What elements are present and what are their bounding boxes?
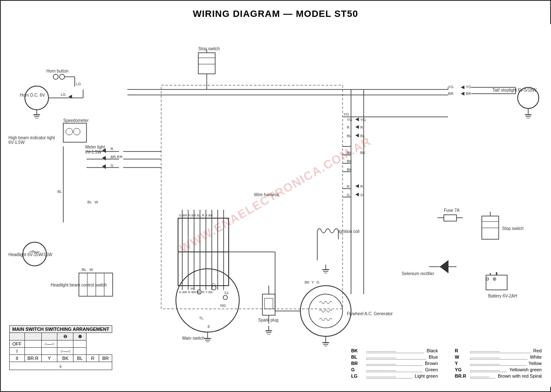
page-container: WIRING DIAGRAM — MODEL ST50 WWW.ENAELECT… — [0, 0, 551, 392]
yg-label-r1: YG — [347, 118, 352, 122]
r-label-r3: R — [347, 184, 350, 189]
stop-switch-right-label: Stop switch — [502, 226, 524, 231]
meter-light-label: Meter light — [85, 145, 105, 149]
high-beam-label2: 6V-1.5W — [8, 140, 25, 145]
high-beam-label: High beam indicator light — [8, 135, 55, 140]
tail-stoplight-label: Tail/ stoplight 6V-5/18W — [492, 88, 537, 92]
color-br: BR ....................... Brown — [351, 360, 438, 366]
hi-label: HI — [191, 287, 194, 291]
flywheel-label: Flywheel A.C. Generator — [347, 311, 393, 316]
battery-minus: ⊖ — [485, 276, 489, 282]
yg-label-t1: YG — [448, 85, 454, 89]
battery-plus: ⊕ — [492, 276, 497, 282]
br-label-t2: BR — [466, 92, 471, 96]
brr-label-1: BR.R — [111, 155, 120, 159]
yg-label-t2: YG — [466, 85, 471, 89]
color-yg: YG ....................... Yellowish gre… — [455, 367, 542, 372]
fuse-label: Fuse 7A — [444, 208, 460, 213]
c2-label: C₂ — [224, 291, 229, 295]
connector-labels-top: G BR R BR BL R Y BK — [179, 214, 213, 217]
bl-label-left: BL — [57, 189, 62, 194]
bk-label-r2: BK — [360, 151, 365, 155]
yg-label-r2: YG — [360, 118, 366, 122]
color-bk: BK ....................... Black — [351, 348, 438, 353]
g-label-1: G — [111, 163, 113, 168]
e-label: E — [208, 324, 210, 329]
color-brr: BR.R ............... Brown with red Spir… — [455, 373, 542, 378]
r-label-r2: R — [360, 125, 363, 130]
br-label-t1: BR — [448, 92, 454, 96]
r-label-r: R — [347, 125, 350, 130]
connector-labels-bot: G BR R BR BL R Y BK — [179, 290, 213, 294]
r-label-1: R — [111, 147, 113, 151]
color-bl: BL ....................... Blue — [351, 354, 438, 360]
color-w: W ....................... White — [455, 354, 542, 360]
ng-label: NG — [220, 303, 226, 308]
color-y: Y ....................... Yellow — [455, 360, 542, 366]
switch-arrangement-table: MAIN SWITCH SWITCHING ARRANGEMENT ⊖ ⊕ OF… — [9, 325, 112, 370]
stop-switch-top-label: Stop switch — [198, 46, 220, 51]
g-label-r2: G — [360, 193, 363, 197]
lg-label-2: LG — [61, 92, 66, 97]
horn-button-label: Horn button — [46, 69, 68, 73]
color-lg: LG ....................... Light green — [351, 373, 438, 378]
bk-label-ctr: BK — [305, 280, 310, 284]
w-label-1: W — [95, 200, 98, 204]
wire-harness-label: Wire harness — [254, 192, 279, 197]
g-label-r1: G — [347, 193, 350, 197]
lg-label-1: LG — [76, 82, 81, 86]
meter-light-label2: 6V-1.5W — [85, 150, 102, 154]
color-g: G ....................... Green — [351, 367, 438, 372]
w-label-2: W — [89, 268, 93, 272]
ignition-coil-label: Ignition coil — [338, 229, 359, 234]
battery-label: Battery 6V-2AH — [488, 294, 517, 298]
white-label: White — [530, 354, 542, 360]
g-label-ctr: G — [316, 280, 319, 284]
page-title: WIRING DIAGRAM — MODEL ST50 — [1, 1, 550, 23]
bl-label-1: BL — [87, 200, 92, 204]
legend-table-header: MAIN SWITCH SWITCHING ARRANGEMENT — [10, 326, 112, 333]
main-switch-label: Main switch — [182, 336, 204, 341]
yg-line-label: YG — [343, 112, 349, 116]
color-legend: BK ....................... Black R .....… — [351, 348, 542, 378]
bl-label-2: BL — [82, 268, 86, 272]
spark-plug-label: Spark plug — [258, 318, 278, 322]
headlight-label: Headlight 6V-15W/15W — [8, 252, 53, 257]
r-label-2: R — [120, 155, 123, 159]
y-label-ctr: Y — [311, 280, 314, 284]
r-label-r4: R — [360, 184, 363, 189]
speedometer-label: Speedometer — [63, 118, 89, 123]
selenium-label: Selenium rectifier — [402, 271, 435, 276]
color-r: R ....................... Red — [455, 348, 542, 353]
horn-dc-label: Horn D.C. 6V — [20, 93, 45, 97]
bl-label-r2: BL — [360, 134, 365, 138]
headlight-switch-label: Headlight beam control switch — [51, 283, 107, 287]
tl-label: TL — [199, 316, 204, 320]
